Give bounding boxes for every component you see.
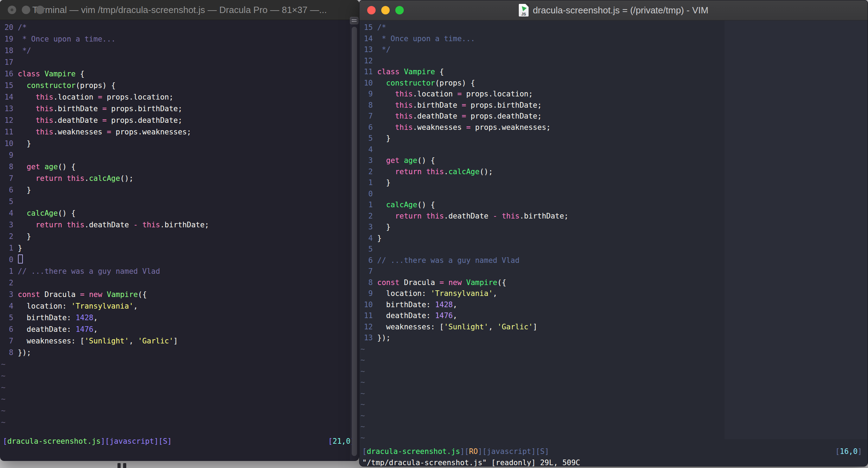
text-token: ][ xyxy=(154,437,163,445)
text-token: }); xyxy=(18,348,31,357)
code-line: 7 return this.calcAge(); xyxy=(0,173,359,184)
empty-buffer-line: ~ xyxy=(359,377,868,388)
document-icon: JS xyxy=(519,4,529,17)
code-line: 11class Vampire { xyxy=(359,67,868,78)
line-number: 18 xyxy=(0,45,13,57)
terminal-titlebar[interactable]: Terminal — vim /tmp/dracula-screenshot.j… xyxy=(0,0,359,20)
text-token: // ...there was a guy named Vlad xyxy=(377,256,520,265)
text-token: dracula-screenshot.js xyxy=(367,447,460,456)
tilde-marker: ~ xyxy=(0,406,6,415)
background-window-fragment xyxy=(117,463,121,468)
text-token: this xyxy=(502,212,520,220)
code-line: 4 calcAge() { xyxy=(0,208,359,219)
vim-editor[interactable]: 20/*19 * Once upon a time...18 */1716cla… xyxy=(0,20,359,461)
text-token: deathDate: xyxy=(18,325,76,334)
text-token: S xyxy=(540,447,545,456)
page-fold-icon xyxy=(525,4,529,7)
code-line: 14 this.location = props.location; xyxy=(0,91,359,103)
text-token: RO xyxy=(469,447,478,456)
text-token: 1428 xyxy=(435,301,453,309)
text-token: this xyxy=(36,116,53,125)
code-line: 9 xyxy=(0,150,359,161)
line-number: 7 xyxy=(359,266,373,277)
scrollbar-thumb[interactable] xyxy=(352,27,357,456)
code-line: 13 this.birthDate = props.birthDate; xyxy=(0,103,359,115)
line-number: 1 xyxy=(359,200,373,211)
text-token: props.birthDate; xyxy=(107,105,182,113)
status-left: [dracula-screenshot.js][RO][javascript][… xyxy=(362,446,549,457)
minimize-button[interactable] xyxy=(22,6,30,14)
text-token: this xyxy=(67,174,85,183)
terminal-marker-icon[interactable] xyxy=(350,17,358,24)
empty-buffer-line: ~ xyxy=(359,421,868,432)
window-controls xyxy=(367,0,404,20)
code-line: 11 deathDate: 1476, xyxy=(359,310,868,322)
line-number: 3 xyxy=(359,222,373,233)
window-title: dracula-screenshot.js = (/private/tmp) -… xyxy=(533,5,708,16)
text-token: return xyxy=(36,174,62,183)
line-number: 3 xyxy=(0,219,13,231)
text-token: [ xyxy=(362,447,367,456)
text-token: ] xyxy=(167,437,172,445)
text-token: 1428 xyxy=(76,314,94,322)
text-token: this xyxy=(395,123,413,132)
macvim-titlebar[interactable]: JS dracula-screenshot.js = (/private/tmp… xyxy=(359,0,868,20)
vim-statusline: [dracula-screenshot.js][RO][javascript][… xyxy=(362,446,862,457)
status-left: [dracula-screenshot.js][javascript][S] xyxy=(3,436,172,447)
tilde-marker: ~ xyxy=(359,389,365,398)
text-token: props.location; xyxy=(102,93,173,101)
text-token: this xyxy=(67,221,85,229)
text-token: } xyxy=(18,244,23,252)
text-token xyxy=(102,290,107,299)
line-number: 4 xyxy=(0,301,13,312)
zoom-button[interactable] xyxy=(36,6,44,14)
text-token: () { xyxy=(58,163,76,171)
text-token xyxy=(422,167,426,176)
empty-buffer-line: ~ xyxy=(359,344,868,355)
line-number: 6 xyxy=(359,122,373,133)
code-line: 5 xyxy=(0,196,359,208)
code-line: 2 return this.deathDate - this.birthDate… xyxy=(359,211,868,222)
line-number: 2 xyxy=(0,277,13,289)
text-token: (props) { xyxy=(76,81,116,90)
code-line: 4 location: 'Transylvania', xyxy=(0,301,359,312)
text-token: () { xyxy=(417,201,435,209)
text-token: calcAge xyxy=(27,209,58,217)
text-token: */ xyxy=(18,46,31,55)
line-number: 16 xyxy=(0,68,13,80)
close-button[interactable] xyxy=(8,6,16,14)
code-line: 6 this.weaknesses = props.weaknesses; xyxy=(359,122,868,133)
line-number: 13 xyxy=(359,44,373,56)
text-token: * Once upon a time... xyxy=(377,34,475,43)
text-token: calcAge xyxy=(448,167,480,176)
text-token: } xyxy=(18,186,31,194)
text-token xyxy=(18,116,36,125)
scrollbar-track[interactable] xyxy=(350,20,359,460)
text-token: dracula-screenshot.js xyxy=(7,437,101,445)
code-line: 8const Dracula = new Vampire({ xyxy=(359,277,868,289)
code-line: 1// ...there was a guy named Vlad xyxy=(0,266,359,277)
minimize-button[interactable] xyxy=(381,6,390,14)
vim-command-line: "/tmp/dracula-screenshot.js" [readonly] … xyxy=(362,457,580,466)
tilde-marker: ~ xyxy=(0,418,6,426)
line-number: 12 xyxy=(359,322,373,333)
text-token xyxy=(377,201,386,209)
code-line: 4 xyxy=(359,144,868,156)
close-button[interactable] xyxy=(367,6,376,14)
text-token: } xyxy=(377,234,382,242)
text-token: this xyxy=(36,93,53,101)
tilde-marker: ~ xyxy=(359,411,365,420)
text-token: ][ xyxy=(478,447,487,456)
text-token xyxy=(84,290,89,299)
line-number: 19 xyxy=(0,33,13,45)
text-token: props.deathDate; xyxy=(107,116,182,125)
empty-buffer-line: ~ xyxy=(0,370,359,382)
text-token: () { xyxy=(58,209,76,217)
vim-editor[interactable]: 15/*14 * Once upon a time...13 */1211cla… xyxy=(359,20,868,466)
zoom-button[interactable] xyxy=(395,6,404,14)
code-line: 8 get age() { xyxy=(0,161,359,173)
code-line: 4} xyxy=(359,233,868,244)
text-token xyxy=(377,79,386,87)
text-token: /* xyxy=(377,23,386,32)
text-token: 'Transylvania' xyxy=(430,289,493,298)
